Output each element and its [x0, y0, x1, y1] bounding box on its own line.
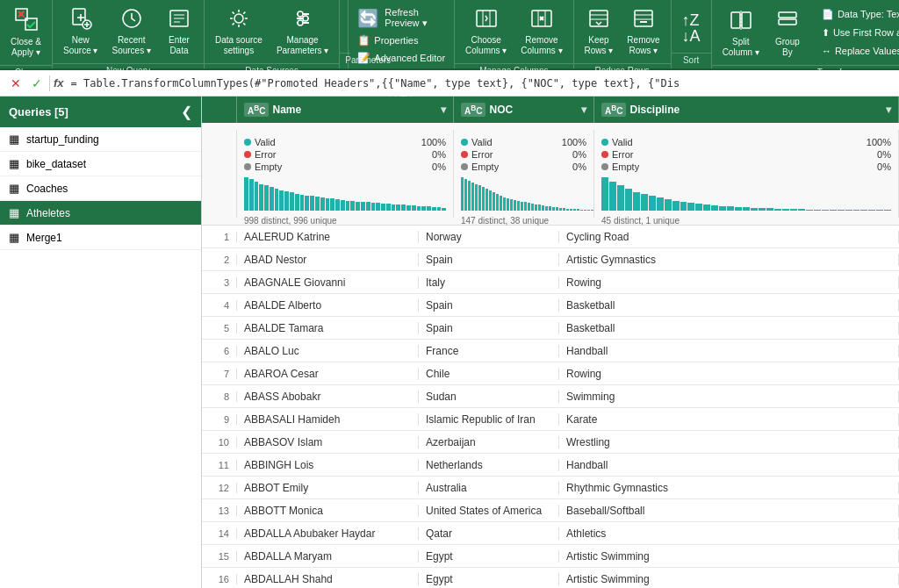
choose-columns-button[interactable]: ChooseColumns ▾ — [460, 4, 512, 60]
new-source-button[interactable]: NewSource ▾ — [58, 4, 103, 60]
bar-item — [838, 210, 845, 211]
enter-data-button[interactable]: EnterData — [160, 4, 198, 60]
bar-item — [552, 207, 555, 211]
bar-item — [860, 210, 867, 211]
cell-name: ABALO Luc — [237, 345, 419, 357]
formula-input[interactable]: = Table.TransformColumnTypes(#"Promoted … — [71, 77, 892, 90]
bar-item — [524, 202, 527, 211]
cell-discipline: Rowing — [559, 368, 899, 380]
formula-cancel-icon[interactable]: ✕ — [7, 75, 25, 92]
sidebar-item-atheletes[interactable]: ▦Atheletes — [0, 201, 201, 226]
table-row[interactable]: 3 ABAGNALE Giovanni Italy Rowing — [202, 271, 899, 294]
table-header: ABC Name ▾ ABC NOC ▾ ABC Discipline ▾ — [202, 97, 899, 123]
bar-item — [421, 206, 426, 211]
row-number: 12 — [202, 483, 237, 493]
sidebar-title: Queries [5] — [9, 105, 68, 118]
advanced-editor-button[interactable]: 📝 Advanced Editor — [354, 50, 449, 66]
manage-parameters-icon — [291, 7, 314, 33]
bar-item — [275, 189, 279, 211]
empty-dot-name — [244, 163, 251, 170]
row-number: 10 — [202, 437, 237, 448]
row-number: 4 — [202, 300, 237, 311]
remove-rows-button[interactable]: RemoveRows ▾ — [622, 4, 665, 60]
recent-sources-button[interactable]: RecentSources ▾ — [106, 4, 155, 60]
table-row[interactable]: 4 ABALDE Alberto Spain Basketball — [202, 294, 899, 317]
col-header-noc[interactable]: ABC NOC ▾ — [454, 97, 594, 123]
sidebar-item-bike-dataset[interactable]: ▦bike_dataset — [0, 152, 201, 176]
table-row[interactable]: 5 ABALDE Tamara Spain Basketball — [202, 317, 899, 340]
properties-button[interactable]: 📋 Properties — [354, 32, 421, 48]
profile-error-name: Error0% — [244, 149, 446, 160]
formula-confirm-icon[interactable]: ✓ — [28, 75, 46, 92]
cell-noc: Islamic Republic of Iran — [419, 413, 559, 426]
bar-item — [320, 197, 325, 211]
table-row[interactable]: 7 ABAROA Cesar Chile Rowing — [202, 362, 899, 385]
sidebar-item-coaches[interactable]: ▦Coaches — [0, 176, 201, 201]
bar-item — [392, 204, 396, 211]
cell-name: AALERUD Katrine — [237, 231, 419, 243]
close-apply-button[interactable]: Close &Apply ▾ — [5, 4, 47, 61]
profile-valid-discipline: Valid100% — [601, 137, 891, 147]
replace-values-button[interactable]: ↔ Replace Values — [818, 44, 899, 58]
formula-icons: ✕ ✓ fx — [7, 75, 64, 92]
manage-parameters-button[interactable]: ManageParameters ▾ — [271, 4, 334, 60]
split-column-button[interactable]: SplitColumn ▾ — [717, 5, 765, 61]
table-row[interactable]: 12 ABBOT Emily Australia Rhythmic Gymnas… — [202, 477, 899, 499]
remove-columns-button[interactable]: RemoveColumns ▾ — [515, 4, 567, 60]
profile-col-noc: Valid100% Error0% Empty0% 147 distinct, … — [454, 130, 594, 218]
cell-name: ABBASOV Islam — [237, 436, 419, 448]
choose-columns-icon — [475, 7, 498, 33]
sidebar-item-merge1[interactable]: ▦Merge1 — [0, 226, 201, 250]
profile-valid-name: Valid100% — [244, 137, 446, 147]
table-row[interactable]: 8 ABASS Abobakr Sudan Swimming — [202, 385, 899, 408]
table-row[interactable]: 10 ABBASOV Islam Azerbaijan Wrestling — [202, 431, 899, 454]
data-type-button[interactable]: 📄 Data Type: Text ▾ — [818, 7, 899, 22]
bar-item — [727, 206, 734, 211]
table-row[interactable]: 14 ABDALLA Abubaker Haydar Qatar Athleti… — [202, 522, 899, 545]
col-header-name[interactable]: ABC Name ▾ — [237, 97, 454, 123]
col-filter-name[interactable]: ▾ — [441, 104, 446, 116]
sidebar-item-label-startup-funding: startup_funding — [26, 133, 99, 146]
table-row[interactable]: 16 ABDALLAH Shahd Egypt Artistic Swimmin… — [202, 568, 899, 588]
bar-item — [751, 208, 758, 211]
row-number: 13 — [202, 506, 237, 516]
remove-rows-icon — [632, 7, 655, 33]
bar-item — [531, 204, 534, 211]
bar-item — [876, 210, 883, 211]
svg-point-20 — [303, 16, 308, 21]
row-number: 5 — [202, 323, 237, 333]
keep-rows-button[interactable]: KeepRows ▾ — [579, 4, 619, 60]
bar-item — [464, 179, 467, 211]
table-row[interactable]: 2 ABAD Nestor Spain Artistic Gymnastics — [202, 248, 899, 271]
sidebar-item-label-merge1: Merge1 — [26, 232, 62, 244]
profile-empty-name: Empty0% — [244, 161, 446, 172]
table-row[interactable]: 15 ABDALLA Maryam Egypt Artistic Swimmin… — [202, 545, 899, 568]
data-source-settings-button[interactable]: Data sourcesettings — [210, 4, 268, 60]
cell-discipline: Baseball/Softball — [559, 505, 899, 517]
table-row[interactable]: 13 ABBOTT Monica United States of Americ… — [202, 499, 899, 522]
bar-item — [371, 203, 376, 211]
table-row[interactable]: 6 ABALO Luc France Handball — [202, 340, 899, 362]
col-filter-noc[interactable]: ▾ — [581, 104, 586, 116]
cell-discipline: Handball — [559, 459, 899, 471]
cell-noc: Azerbaijan — [419, 436, 559, 448]
bar-item — [510, 199, 513, 211]
sidebar-collapse-button[interactable]: ❮ — [181, 104, 192, 120]
sidebar-item-startup-funding[interactable]: ▦startup_funding — [0, 127, 201, 152]
col-filter-discipline[interactable]: ▾ — [886, 104, 891, 116]
refresh-preview-button[interactable]: 🔄 Refresh Preview ▾ — [354, 5, 449, 31]
group-by-button[interactable]: GroupBy — [768, 5, 807, 61]
sort-az-button[interactable]: ↑Z↓A — [677, 9, 706, 49]
svg-rect-38 — [742, 12, 751, 28]
first-row-headers-button[interactable]: ⬆ Use First Row as Headers ▾ — [818, 25, 899, 40]
sidebar-item-label-atheletes: Atheletes — [26, 207, 70, 219]
bar-item — [361, 202, 365, 211]
bar-item — [290, 192, 294, 211]
keep-rows-label: KeepRows ▾ — [585, 35, 614, 56]
bar-item — [417, 206, 421, 211]
col-header-discipline[interactable]: ABC Discipline ▾ — [594, 97, 899, 123]
table-row[interactable]: 9 ABBASALI Hamideh Islamic Republic of I… — [202, 408, 899, 431]
bar-item — [570, 209, 572, 211]
table-row[interactable]: 11 ABBINGH Lois Netherlands Handball — [202, 454, 899, 477]
table-row[interactable]: 1 AALERUD Katrine Norway Cycling Road — [202, 226, 899, 248]
